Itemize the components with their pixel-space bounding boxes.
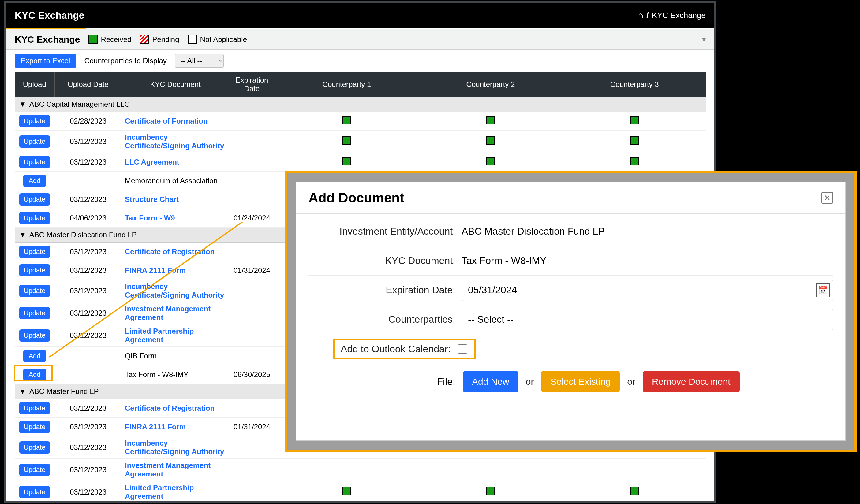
update-button[interactable]: Update [19, 464, 50, 476]
update-button[interactable]: Update [19, 421, 50, 433]
collapse-icon[interactable]: ▾ [702, 35, 706, 44]
group-name: ABC Master Dislocation Fund LP [29, 231, 137, 239]
update-button[interactable]: Update [19, 115, 50, 127]
col-cp3[interactable]: Counterparty 3 [562, 72, 706, 97]
doc-cell[interactable]: Limited Partnership Agreement [122, 325, 229, 347]
update-button[interactable]: Update [19, 193, 50, 206]
doc-link[interactable]: Incumbency Certificate/Signing Authority [125, 439, 224, 456]
doc-cell[interactable]: Certificate of Registration [122, 242, 229, 261]
doc-cell[interactable]: Incumbency Certificate/Signing Authority [122, 131, 229, 153]
doc-cell[interactable]: LLC Agreement [122, 153, 229, 172]
received-icon [343, 116, 351, 124]
counterparty-cell [275, 112, 419, 131]
expiration-cell [229, 280, 275, 302]
doc-link[interactable]: FINRA 2111 Form [125, 423, 186, 431]
doc-cell[interactable]: Certificate of Registration [122, 399, 229, 418]
doc-link[interactable]: Limited Partnership Agreement [125, 484, 194, 500]
dialog-close-button[interactable]: ✕ [821, 192, 833, 204]
counterparty-filter-select[interactable]: -- All -- [175, 54, 224, 68]
counterparty-cell [419, 481, 562, 503]
add-button[interactable]: Add [23, 350, 46, 362]
add-button[interactable]: Add [23, 175, 46, 187]
doc-cell[interactable]: Incumbency Certificate/Signing Authority [122, 436, 229, 459]
doc-cell[interactable]: FINRA 2111 Form [122, 418, 229, 436]
col-upload[interactable]: Upload [15, 72, 55, 97]
home-icon[interactable]: ⌂ [638, 10, 643, 20]
update-button[interactable]: Update [19, 285, 50, 297]
outlook-label: Add to Outlook Calendar: [341, 343, 450, 355]
update-button[interactable]: Update [19, 402, 50, 414]
group-row[interactable]: ▼ABC Capital Management LLC [15, 97, 706, 112]
update-button[interactable]: Update [19, 156, 50, 168]
counterparties-select[interactable]: -- Select -- [461, 309, 833, 330]
doc-link[interactable]: Certificate of Registration [125, 404, 215, 412]
doc-link[interactable]: Tax Form - W9 [125, 214, 175, 222]
expiration-cell [229, 459, 275, 481]
update-button[interactable]: Update [19, 212, 50, 224]
select-existing-button[interactable]: Select Existing [541, 371, 620, 392]
doc-link[interactable]: Investment Management Agreement [125, 305, 211, 322]
doc-cell[interactable]: FINRA 2111 Form [122, 261, 229, 280]
breadcrumb[interactable]: KYC Exchange [652, 11, 706, 20]
doc-link[interactable]: Limited Partnership Agreement [125, 327, 194, 344]
doc-cell[interactable]: Investment Management Agreement [122, 459, 229, 481]
doc-link[interactable]: Investment Management Agreement [125, 461, 211, 478]
update-button[interactable]: Update [19, 246, 50, 258]
col-upload-date[interactable]: Upload Date [55, 72, 122, 97]
expand-icon[interactable]: ▼ [19, 387, 29, 396]
received-icon [486, 487, 495, 495]
calendar-icon[interactable]: 📅 [816, 283, 830, 297]
add-to-outlook-checkbox[interactable] [458, 344, 467, 354]
update-button[interactable]: Update [19, 486, 50, 498]
doc-cell[interactable]: Structure Chart [122, 190, 229, 209]
expand-icon[interactable]: ▼ [19, 231, 29, 239]
doc-cell[interactable]: Incumbency Certificate/Signing Authority [122, 280, 229, 302]
doc-cell[interactable]: Limited Partnership Agreement [122, 481, 229, 503]
upload-date-cell: 02/28/2023 [55, 112, 122, 131]
doc-link[interactable]: Incumbency Certificate/Signing Authority [125, 133, 224, 150]
update-button[interactable]: Update [19, 307, 50, 319]
doc-cell[interactable]: Tax Form - W9 [122, 209, 229, 227]
export-excel-button[interactable]: Export to Excel [15, 54, 76, 68]
doc-link[interactable]: Certificate of Formation [125, 117, 208, 125]
col-exp-date[interactable]: Expiration Date [229, 72, 275, 97]
doc-cell[interactable]: Investment Management Agreement [122, 302, 229, 325]
expiration-date-input[interactable] [461, 280, 833, 301]
kyc-doc-label: KYC Document: [309, 255, 455, 266]
toolbar: Export to Excel Counterparties to Displa… [6, 49, 714, 72]
upload-date-cell: 03/12/2023 [55, 481, 122, 503]
section-title: KYC Exchange [15, 34, 80, 45]
upload-date-cell [55, 366, 122, 384]
received-icon [630, 157, 639, 165]
upload-date-cell: 03/12/2023 [55, 242, 122, 261]
doc-link[interactable]: Structure Chart [125, 195, 179, 203]
received-icon [630, 136, 639, 145]
doc-link[interactable]: Incumbency Certificate/Signing Authority [125, 282, 224, 299]
update-button[interactable]: Update [19, 264, 50, 277]
counterparty-cell [275, 459, 419, 481]
update-button[interactable]: Update [19, 135, 50, 148]
doc-cell[interactable]: Certificate of Formation [122, 112, 229, 131]
update-button[interactable]: Update [19, 329, 50, 342]
add-button[interactable]: Add [23, 369, 46, 381]
expiration-cell [229, 436, 275, 459]
row-entity: Investment Entity/Account: ABC Master Di… [309, 217, 833, 246]
upload-date-cell: 03/12/2023 [55, 436, 122, 459]
received-icon [486, 157, 495, 165]
col-cp2[interactable]: Counterparty 2 [419, 72, 562, 97]
row-outlook: Add to Outlook Calendar: [309, 334, 833, 364]
expiration-cell [229, 399, 275, 418]
col-cp1[interactable]: Counterparty 1 [275, 72, 419, 97]
group-name: ABC Master Fund LP [29, 387, 99, 396]
update-button[interactable]: Update [19, 441, 50, 454]
legend-pending: Pending [140, 35, 179, 44]
col-kyc-doc[interactable]: KYC Document [122, 72, 229, 97]
doc-link[interactable]: LLC Agreement [125, 158, 180, 166]
add-new-file-button[interactable]: Add New [463, 371, 518, 392]
add-document-dialog: Add Document ✕ Investment Entity/Account… [296, 182, 845, 440]
remove-document-button[interactable]: Remove Document [643, 371, 740, 392]
dialog-title: Add Document [309, 190, 404, 206]
cp-label: Counterparties: [309, 314, 455, 325]
breadcrumb-separator: / [643, 10, 652, 20]
expand-icon[interactable]: ▼ [19, 100, 29, 108]
